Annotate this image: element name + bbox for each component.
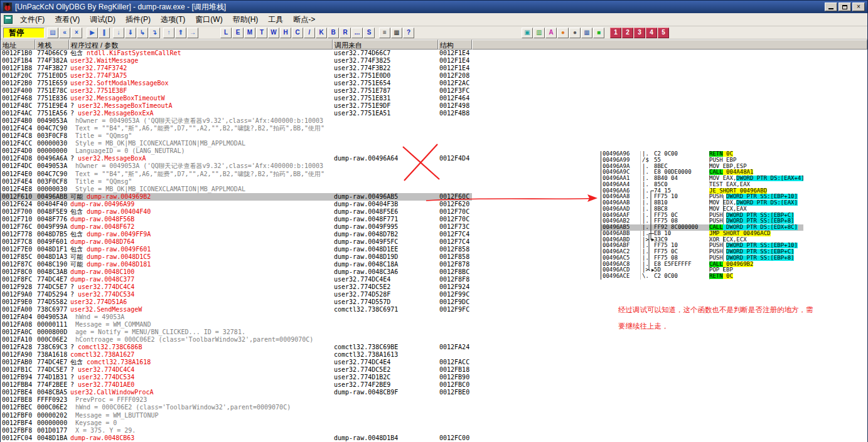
close-program-button[interactable]: × [71, 28, 82, 38]
help-button[interactable]: ? [403, 28, 414, 38]
run-button[interactable]: ▶ [87, 28, 98, 38]
disasm-row[interactable]: 00496A9C|.E8 00DE0000CALL 004A48A1 [601, 169, 803, 176]
callstack-row[interactable]: 0012F1B0774D66C9包含 ntdll.KiFastSystemCal… [1, 50, 867, 57]
view-references-button[interactable]: R [340, 28, 351, 38]
disasm-row[interactable]: 00496AC5|.FF75 08PUSH DWORD PTR SS:[EBP+… [601, 255, 803, 261]
callstack-row[interactable]: 0012FA0800000111Message = WM_COMMAND [1, 321, 867, 329]
disasm-row[interactable]: 00496ACD|>5DPOP EBP [601, 267, 803, 273]
callstack-row[interactable]: 0012F9A0774D5294? user32.774DC534user32.… [1, 291, 867, 298]
plugin-1-button[interactable]: ▣ [522, 28, 533, 38]
appearance-button[interactable]: ▦ [391, 28, 402, 38]
callstack-row[interactable]: 0012FBF8001D0177X = 375. Y = 29. [1, 427, 867, 434]
execute-till-return-button[interactable]: ↑ [163, 28, 174, 38]
menu-item-4[interactable]: 插件(P) [121, 13, 156, 26]
callstack-row[interactable]: 0012F48C7751E9E4? user32.MessageBoxTimeo… [1, 102, 867, 110]
view-patches-button[interactable]: / [304, 28, 315, 38]
restart-button[interactable]: « [59, 28, 70, 38]
view-cpu-button[interactable]: C [292, 28, 303, 38]
disasm-row[interactable]: 00496ABD|>33C9XOR ECX,ECX [601, 237, 803, 243]
view-windows-button[interactable]: W [268, 28, 279, 38]
plugin-2-button[interactable]: ▥ [533, 28, 545, 38]
col-header-stack[interactable]: 堆栈 [35, 39, 69, 50]
callstack-row[interactable]: 0012FBF000000202Message = WM_LBUTTONUP [1, 412, 867, 419]
disasm-row[interactable]: 00496AC2|.FF75 0CPUSH DWORD PTR SS:[EBP+… [601, 249, 803, 255]
disasm-row[interactable]: 00496AAD|.8BC8MOV ECX,EAX [601, 206, 803, 213]
callstack-row[interactable]: 0012FA10000C06E2hControage = 000C06E2 (c… [1, 336, 867, 344]
plugin-4-button[interactable]: ● [557, 28, 569, 38]
callstack-row[interactable]: 0012FBE40048CBA5user32.CallWindowProcAdu… [1, 389, 867, 396]
close-button[interactable]: × [852, 3, 865, 11]
animate-into-button[interactable]: ↳ [137, 28, 148, 38]
disasm-row[interactable]: 00496AAB|.8B10MOV EDX,DWORD PTR DS:[EAX] [601, 200, 803, 206]
callstack-row[interactable]: 0012F4CC00000030Style = MB_OK|MB_ICONEXC… [1, 140, 867, 147]
callstack-row[interactable]: 0012F2B07751E659user32.SoftModalMessageB… [1, 80, 867, 87]
callstack-row[interactable]: 0012F20C7751E0D5user32.774F3A75user32.77… [1, 72, 867, 80]
callstack-row[interactable]: 0012FA90738A1618comctl32.738A1627comctl3… [1, 351, 867, 359]
callstack-row[interactable]: 0012F4687751E836user32.MessageBoxTimeout… [1, 95, 867, 102]
disasm-row[interactable]: 00496AAF|.FF75 0CPUSH DWORD PTR SS:[EBP+… [601, 213, 803, 219]
disasm-row[interactable]: 00496ABF|.FF75 10PUSH DWORD PTR SS:[EBP+… [601, 243, 803, 249]
step-over-button[interactable]: ⇓ [125, 28, 136, 38]
disasm-row[interactable]: 00496A99/$55PUSH EBP [601, 157, 803, 164]
view-executables-button[interactable]: E [232, 28, 244, 38]
view-log-button[interactable]: L [220, 28, 232, 38]
plugin-7-button[interactable]: ■ [593, 28, 604, 38]
callstack-row[interactable]: 0012F928774DC5E7? user32.774DC4C4user32.… [1, 283, 867, 291]
col-header-called-from[interactable]: 调用来自 [333, 39, 438, 50]
disasm-row[interactable]: 00496A9A|.8BECMOV EBP,ESP [601, 164, 803, 170]
disasm-row[interactable]: 00496AA6|.74 15JE SHORT 00496ABD [601, 188, 803, 194]
callstack-row[interactable]: 0012FBEC000C06E2hWnd = 000C06E2 (class='… [1, 404, 867, 411]
menu-item-2[interactable]: 查看(V) [50, 13, 85, 26]
disasm-row[interactable]: 00496AB2|.FF75 08PUSH DWORD PTR SS:[EBP+… [601, 218, 803, 224]
menu-item-3[interactable]: 调试(D) [85, 13, 121, 26]
view-source-button[interactable]: S [363, 28, 375, 38]
step-into-button[interactable]: ↓ [113, 28, 124, 38]
plugin-5-button[interactable]: ● [569, 28, 581, 38]
view-breakpoints-button[interactable]: B [328, 28, 339, 38]
breakpoint-slot-5-button[interactable]: 5 [658, 28, 669, 38]
plugin-6-button[interactable]: ▦ [581, 28, 592, 38]
disasm-row[interactable]: 00496A96|.C2 0C00RETN 0C [601, 151, 803, 157]
callstack-row[interactable]: 0012F4C8003F0CF8Title = "QQmsg" [1, 132, 867, 140]
plugin-3-button[interactable]: A [545, 28, 557, 38]
options-button[interactable]: ≡ [379, 28, 390, 38]
menu-item-6[interactable]: 窗口(W) [190, 13, 227, 26]
callstack-row[interactable]: 0012F4B00049053AhOwner = 0049053A ('QQ聊天… [1, 117, 867, 125]
view-runtrace-button[interactable]: ... [351, 28, 363, 38]
restore-button[interactable] [839, 3, 851, 11]
menu-item-1[interactable]: 文件(F) [15, 13, 50, 26]
col-header-procedure[interactable]: 程序过程 / 参数 [69, 39, 333, 50]
callstack-row[interactable]: 0012F4007751E78Cuser32.7751E38Fuser32.77… [1, 87, 867, 95]
callstack-row[interactable]: 0012FBF400000000Keysage = 0 [1, 419, 867, 427]
child-window-icon[interactable] [4, 15, 13, 24]
menu-item-9[interactable]: 断点-> [288, 13, 320, 26]
callstack-row[interactable]: 0012FA28738C69C3? comctl32.738C686Bcomct… [1, 344, 867, 351]
callstack-row[interactable]: 0012FBB4774F2BEE? user32.774D1AE0user32.… [1, 381, 867, 389]
callstack-row[interactable]: 0012F1B4774F382Auser32.WaitMessageuser32… [1, 57, 867, 65]
disasm-row[interactable]: 00496ABB|.EB 10JMP SHORT 00496ACD [601, 231, 803, 237]
breakpoint-slot-3-button[interactable]: 3 [634, 28, 645, 38]
disasm-row[interactable]: 00496AA4|.85C0TEST EAX,EAX [601, 182, 803, 188]
callstack-row[interactable]: 0012FB94774D1B31? user32.774DC534user32.… [1, 374, 867, 381]
pause-button[interactable]: ∥ [99, 28, 110, 38]
animate-over-button[interactable]: ↴ [149, 28, 160, 38]
callstack-row[interactable]: 0012F4C4004C7C90Text = ""B4","斯",A6,"能费"… [1, 125, 867, 132]
callstack-row[interactable]: 0012FAB0774DC4E7包含 comctl32.738A1618user… [1, 359, 867, 366]
disasm-row[interactable]: 00496ACE\.C2 0C00RETN 0C [601, 273, 803, 280]
disasm-row[interactable]: 00496AA8|.FF75 10PUSH DWORD PTR SS:[EBP+… [601, 194, 803, 200]
disasm-row[interactable]: 00496AB5|.FF92 8C000000CALL DWORD PTR DS… [601, 224, 803, 231]
disasm-row[interactable]: 00496AA1|.8B40 04MOV EAX,DWORD PTR DS:[E… [601, 176, 803, 182]
callstack-row[interactable]: 0012FC040048D1BAdump-raw.0048CB63dump-ra… [1, 434, 867, 442]
callstack-row[interactable]: 0012FBE8FFFF0923PrevProc = FFFF0923 [1, 396, 867, 404]
view-memory-button[interactable]: M [244, 28, 255, 38]
callstack-row[interactable]: 0012FA0C0000800Dage = Notify = MENU/BN_C… [1, 329, 867, 336]
callstack-row[interactable]: 0012F1B8774F3B27user32.774F3742user32.77… [1, 65, 867, 72]
disasm-row[interactable]: 00496AC8|.E8 E5FEFFFFCALL 004969B2 [601, 261, 803, 268]
breakpoint-slot-2-button[interactable]: 2 [622, 28, 633, 38]
menu-item-8[interactable]: 工具 [263, 13, 288, 26]
callstack-row[interactable]: 0012F4AC7751EA56? user32.MessageBoxExAus… [1, 110, 867, 117]
minimize-button[interactable] [825, 3, 837, 11]
view-callstack-button[interactable]: K [316, 28, 327, 38]
breakpoint-slot-4-button[interactable]: 4 [646, 28, 657, 38]
execute-till-user-button[interactable]: ⇑ [175, 28, 186, 38]
